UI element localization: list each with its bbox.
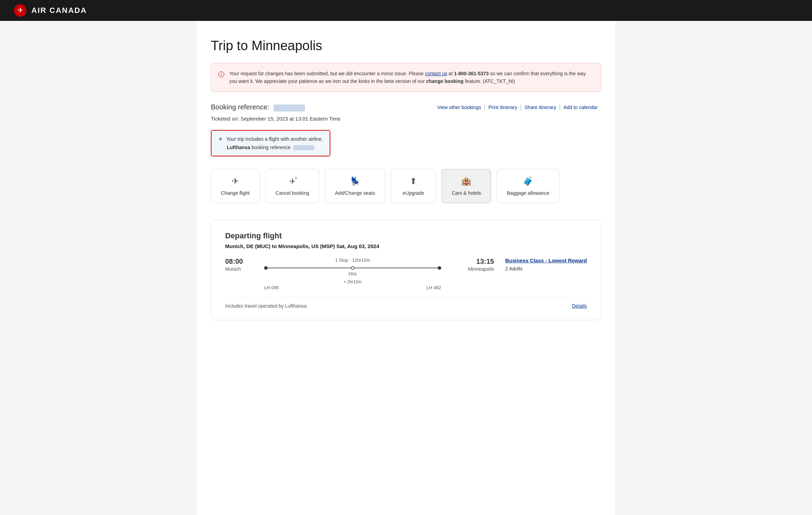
- alert-icon: ⓘ: [218, 70, 224, 79]
- flight-detail-row: 08:00 Munich 1 Stop - 12hr15m: [225, 258, 587, 290]
- alert-text-before: Your request for changes has been submit…: [229, 71, 425, 76]
- ticketed-on: Ticketed on: September 15, 2023 at 13:01…: [211, 116, 601, 122]
- action-buttons: ✈ Change flight ✈ ✕ Cancel booking 💺 Add…: [211, 169, 601, 203]
- baggage-allowance-icon: 🧳: [523, 176, 533, 186]
- print-itinerary-link[interactable]: Print itinerary: [485, 105, 521, 110]
- depart-city: Munich: [225, 266, 253, 272]
- alert-banner: ⓘ Your request for changes has been subm…: [211, 63, 601, 92]
- flight-number-1: LH 095: [264, 285, 279, 290]
- add-change-seats-label: Add/Change seats: [335, 190, 375, 196]
- booking-reference-block: Booking reference:: [211, 103, 305, 112]
- eupgrade-icon: ⬆: [410, 176, 417, 186]
- timeline-start-dot: [264, 266, 268, 270]
- flight-middle: 1 Stop - 12hr15m FRA: [264, 258, 441, 290]
- booking-ref-label: Booking reference:: [211, 103, 269, 111]
- airline-notice-row1: ✈ Your trip includes a flight with anoth…: [219, 136, 323, 142]
- arrive-block: 13:15 Minneapolis: [452, 258, 494, 272]
- flight-section-title: Departing flight: [225, 231, 587, 240]
- cancel-booking-button[interactable]: ✈ ✕ Cancel booking: [266, 169, 320, 203]
- contact-us-link[interactable]: contact us: [425, 71, 447, 76]
- depart-time: 08:00: [225, 258, 253, 266]
- airline-booking-ref-value: [293, 145, 314, 150]
- share-itinerary-link[interactable]: Share itinerary: [521, 105, 560, 110]
- timeline-line-1: [268, 268, 351, 268]
- timeline-stop-dot: [351, 266, 354, 270]
- cancel-booking-label: Cancel booking: [276, 190, 309, 196]
- cars-hotels-label: Cars & hotels: [452, 190, 481, 196]
- details-link[interactable]: Details: [572, 303, 587, 309]
- flight-number-2: LH 482: [427, 285, 441, 290]
- flight-stops: 1 Stop - 12hr15m: [264, 258, 441, 263]
- flight-class-block: Business Class - Lowest Reward 2 Adults: [505, 258, 587, 271]
- booking-ref-value: [274, 105, 305, 112]
- operated-by: Includes travel operated by Lufthansa. D…: [225, 297, 587, 309]
- cars-hotels-icon: 🏨: [461, 176, 472, 186]
- layover-text: + 2hr10m: [264, 279, 441, 284]
- cancel-booking-icon: ✈ ✕: [289, 176, 296, 186]
- operated-by-text: Includes travel operated by Lufthansa.: [225, 303, 308, 309]
- timeline-line-2: [354, 268, 438, 268]
- plane-icon: ✈: [219, 136, 223, 142]
- alert-feature: change booking: [426, 78, 464, 84]
- add-change-seats-icon: 💺: [350, 176, 360, 186]
- flight-numbers: LH 095 LH 482: [264, 285, 441, 290]
- change-flight-button[interactable]: ✈ Change flight: [211, 169, 260, 203]
- eupgrade-button[interactable]: ⬆ eUpgrade: [391, 169, 436, 203]
- booking-actions: View other bookings Print itinerary Shar…: [434, 105, 601, 110]
- header: ✈ AIR CANADA: [0, 0, 812, 21]
- alert-phone: 1-800-361-5373: [454, 71, 489, 76]
- add-change-seats-button[interactable]: 💺 Add/Change seats: [325, 169, 385, 203]
- change-flight-label: Change flight: [221, 190, 250, 196]
- flight-passengers: 2 Adults: [505, 266, 587, 271]
- eupgrade-label: eUpgrade: [403, 190, 424, 196]
- flight-timeline: [264, 266, 441, 270]
- alert-text: Your request for changes has been submit…: [229, 70, 594, 85]
- flight-class-link[interactable]: Business Class - Lowest Reward: [505, 258, 587, 263]
- page-title: Trip to Minneapolis: [211, 38, 601, 53]
- airline-notice: ✈ Your trip includes a flight with anoth…: [211, 130, 330, 156]
- main-content: Trip to Minneapolis ⓘ Your request for c…: [197, 21, 615, 515]
- svg-text:✈: ✈: [17, 6, 23, 14]
- airline-notice-text: Your trip includes a flight with another…: [226, 136, 323, 142]
- brand-name: AIR CANADA: [31, 6, 87, 15]
- booking-reference-row: Booking reference: View other bookings P…: [211, 103, 601, 112]
- depart-block: 08:00 Munich: [225, 258, 253, 272]
- airline-booking-ref-text: booking reference: [250, 145, 291, 150]
- arrive-city: Minneapolis: [452, 266, 494, 272]
- baggage-allowance-button[interactable]: 🧳 Baggage allowance: [497, 169, 559, 203]
- baggage-allowance-label: Baggage allowance: [507, 190, 549, 196]
- flight-route: Munich, DE (MUC) to Minneapolis, US (MSP…: [225, 243, 587, 249]
- flight-card: Departing flight Munich, DE (MUC) to Min…: [211, 220, 601, 320]
- arrive-time: 13:15: [452, 258, 494, 266]
- alert-text-at: at: [447, 71, 454, 76]
- add-to-calendar-link[interactable]: Add to calendar: [560, 105, 601, 110]
- air-canada-logo-icon: ✈: [14, 4, 26, 17]
- airline-name: Lufthansa: [227, 145, 250, 150]
- airline-notice-row2: Lufthansa booking reference: [219, 145, 323, 150]
- alert-text-end: feature. (ATC_TKT_NI): [464, 78, 515, 84]
- change-flight-icon: ✈: [232, 176, 239, 186]
- view-other-bookings-link[interactable]: View other bookings: [434, 105, 485, 110]
- stop-city: FRA: [348, 272, 357, 277]
- cars-hotels-button[interactable]: 🏨 Cars & hotels: [442, 169, 491, 203]
- timeline-end-dot: [438, 266, 441, 270]
